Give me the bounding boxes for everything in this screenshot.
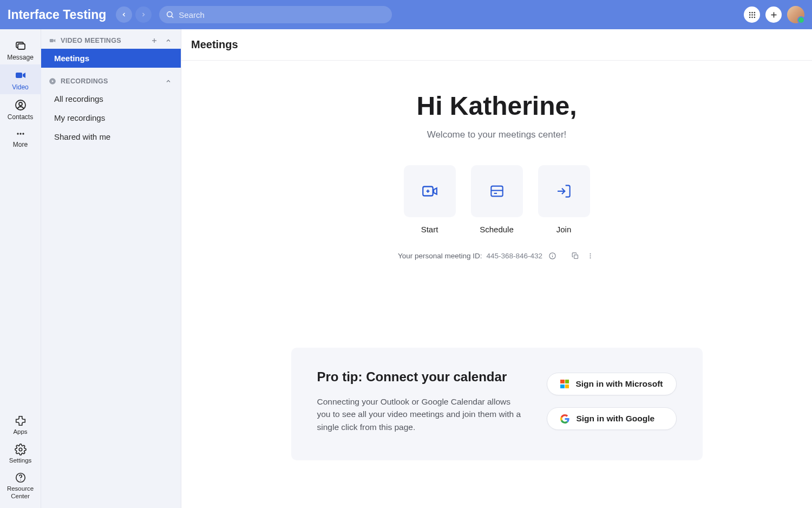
kebab-icon (586, 252, 594, 260)
svg-point-18 (19, 102, 22, 106)
svg-point-8 (749, 16, 750, 18)
gear-icon (15, 444, 27, 455)
message-icon (14, 39, 27, 52)
pmi-value: 445-368-846-432 (487, 252, 543, 260)
svg-point-2 (749, 11, 750, 13)
sidebar-item-all-recordings[interactable]: All recordings (41, 89, 181, 108)
rail-label-video: Video (12, 83, 28, 91)
svg-point-4 (754, 11, 755, 13)
collapse-video-meetings[interactable] (163, 36, 173, 45)
rail-item-apps[interactable]: Apps (0, 411, 41, 439)
svg-point-21 (22, 133, 24, 134)
video-icon (14, 69, 27, 82)
chevron-up-icon (165, 78, 172, 84)
svg-point-5 (749, 14, 750, 16)
sidebar-item-meetings[interactable]: Meetings (41, 49, 181, 68)
chevron-right-icon (140, 11, 147, 18)
svg-point-44 (590, 255, 591, 256)
rail-item-message[interactable]: Message (0, 35, 41, 64)
rail-item-contacts[interactable]: Contacts (0, 94, 41, 124)
svg-point-3 (751, 11, 753, 13)
svg-marker-16 (23, 73, 25, 78)
greeting: Hi Katherine, (416, 91, 577, 121)
info-icon (548, 252, 556, 260)
svg-marker-32 (434, 188, 437, 194)
start-meeting-button[interactable]: Start (404, 165, 456, 234)
start-label: Start (421, 225, 438, 234)
microsoft-icon (560, 380, 569, 388)
rail-item-resource-center[interactable]: Resource Center (0, 467, 41, 508)
rail-item-settings[interactable]: Settings (0, 439, 41, 468)
topbar-right (744, 6, 804, 23)
pmi-info-button[interactable] (547, 250, 558, 261)
rail-item-more[interactable]: More (0, 124, 41, 152)
chevron-left-icon (121, 11, 127, 18)
play-circle-icon (49, 77, 56, 85)
sidebar-item-shared-with-me[interactable]: Shared with me (41, 127, 181, 146)
contacts-icon (14, 99, 27, 112)
svg-point-41 (552, 254, 553, 255)
svg-point-24 (20, 480, 21, 480)
svg-rect-15 (16, 73, 22, 78)
svg-point-9 (751, 16, 753, 18)
personal-meeting-id-row: Your personal meeting ID: 445-368-846-43… (398, 250, 595, 261)
search-field[interactable] (159, 6, 392, 23)
signin-google-button[interactable]: Sign in with Google (547, 407, 676, 430)
new-button[interactable] (765, 6, 782, 23)
main: Meetings Hi Katherine, Welcome to your m… (181, 29, 812, 508)
schedule-icon (488, 183, 506, 200)
rail-label-contacts: Contacts (8, 113, 33, 121)
pmi-copy-button[interactable] (569, 250, 580, 261)
back-button[interactable] (116, 6, 132, 23)
svg-line-1 (172, 16, 173, 18)
left-rail: Message Video Contacts More (0, 29, 41, 508)
add-meeting-button[interactable] (149, 36, 159, 45)
signin-microsoft-button[interactable]: Sign in with Microsoft (547, 373, 676, 395)
rail-label-message: Message (7, 54, 34, 61)
app-title: Interface Testing (8, 8, 106, 22)
svg-marker-26 (54, 39, 55, 42)
svg-point-22 (19, 448, 22, 451)
rail-label-apps: Apps (13, 428, 27, 436)
sidebar-section-recordings: RECORDINGS (41, 68, 181, 89)
sidebar-header-label: VIDEO MEETINGS (61, 37, 121, 44)
schedule-meeting-button[interactable]: Schedule (471, 165, 523, 234)
svg-point-43 (590, 253, 591, 254)
dialpad-button[interactable] (744, 6, 760, 23)
search-input[interactable] (179, 10, 385, 19)
plus-icon (770, 11, 778, 19)
forward-button[interactable] (135, 6, 152, 23)
main-body: Hi Katherine, Welcome to your meetings c… (181, 61, 812, 508)
google-btn-label: Sign in with Google (576, 414, 654, 424)
svg-rect-42 (574, 255, 578, 258)
nav-arrows (116, 6, 152, 23)
page-title: Meetings (191, 38, 238, 51)
sidebar-section-video-meetings: VIDEO MEETINGS (41, 29, 181, 49)
protip-title: Pro tip: Connect your calendar (317, 369, 523, 385)
dialpad-icon (748, 11, 756, 19)
search-icon (166, 10, 174, 19)
action-row: Start Schedule (404, 165, 590, 234)
svg-point-0 (167, 12, 172, 17)
svg-point-45 (590, 257, 591, 258)
sidebar: VIDEO MEETINGS Meetings RECORDINGS All r… (41, 29, 181, 508)
sidebar-recordings-label: RECORDINGS (61, 77, 108, 85)
sidebar-item-my-recordings[interactable]: My recordings (41, 108, 181, 127)
start-icon (421, 182, 439, 200)
chevron-up-icon (165, 37, 172, 44)
video-small-icon (49, 37, 56, 44)
svg-rect-25 (50, 39, 54, 42)
plus-small-icon (151, 37, 158, 44)
pmi-more-button[interactable] (585, 250, 595, 261)
collapse-recordings[interactable] (163, 76, 173, 86)
join-meeting-button[interactable]: Join (538, 165, 590, 234)
google-icon (560, 414, 569, 424)
ms-btn-label: Sign in with Microsoft (575, 379, 663, 389)
rail-label-more: More (13, 141, 28, 148)
rail-item-video[interactable]: Video (0, 64, 41, 94)
svg-rect-14 (18, 44, 25, 49)
protip-body: Connecting your Outlook or Google Calend… (317, 395, 523, 433)
join-label: Join (556, 225, 572, 234)
help-icon (15, 472, 27, 484)
avatar[interactable] (787, 6, 804, 23)
